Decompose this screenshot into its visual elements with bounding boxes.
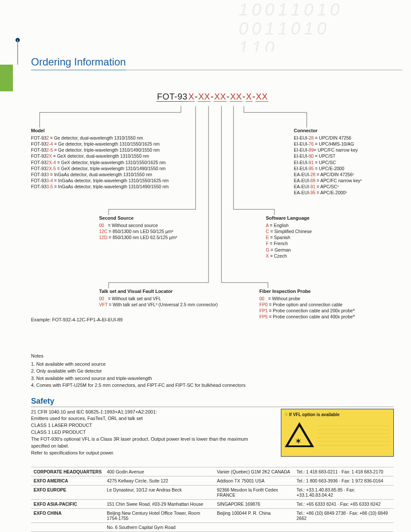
code-xx2: XX xyxy=(214,92,227,102)
code-xx3: XX xyxy=(230,92,243,102)
code-x: X xyxy=(246,92,252,102)
code-prefix: FOT-93 xyxy=(156,92,188,102)
ordering-example: Example: FOT-932-4-12C-FP1-A-EI-EUI-89 xyxy=(31,317,123,322)
code-xx1: XX xyxy=(198,92,211,102)
option-fiber-probe: Fiber Inspection Probe00 = Without probe… xyxy=(259,288,355,320)
safety-badge-text: If VFL option is available xyxy=(289,412,339,418)
note-2: 2. Only available with Ge detector xyxy=(31,367,394,375)
note-4: 4. Comes with FIPT-U25M for 2.5 mm conne… xyxy=(31,382,394,389)
safety-heading: Safety xyxy=(31,397,394,407)
safety-text: 21 CFR 1040.10 and IEC 60825-1:1993+A1:1… xyxy=(31,409,264,457)
option-model: ModelFOT-932 = Ge detector, dual-wavelen… xyxy=(31,128,169,190)
note-3: 3. Not available with second source and … xyxy=(31,375,394,382)
note-1: 1. Not available with second source xyxy=(31,361,394,368)
laser-warning-icon: ✶ xyxy=(285,422,314,447)
notes-block: Notes 1. Not available with second sourc… xyxy=(31,352,394,389)
notes-title: Notes xyxy=(31,352,394,360)
vertical-line xyxy=(17,40,18,65)
green-accent xyxy=(0,65,13,91)
code-x1: X xyxy=(188,92,195,102)
heading-text: Ordering Information xyxy=(31,56,126,68)
safety-label-lines xyxy=(317,422,390,447)
contact-table: CORPORATE HEADQUARTERS400 Godin AvenueVa… xyxy=(31,467,394,532)
option-software-language: Software LanguageA = EnglishC = Simplifi… xyxy=(266,215,312,259)
code-xx4: XX xyxy=(255,92,268,102)
ordering-code: FOT-93X-XX-XX-XX-X-XX xyxy=(31,92,394,102)
option-talkset-vfl: Talk set and Visual Fault Locator00 = Wi… xyxy=(99,288,218,308)
safety-badge: ☟ If VFL option is available ✶ xyxy=(281,409,394,457)
option-connector: ConnectorEI-EUI-28 = UPC/DIN 47256EI-EUI… xyxy=(294,128,362,196)
pointer-icon: ☟ xyxy=(285,412,287,418)
page-title: Ordering Information xyxy=(31,56,394,70)
option-second-source: Second Source00 = Without second source1… xyxy=(99,215,177,240)
